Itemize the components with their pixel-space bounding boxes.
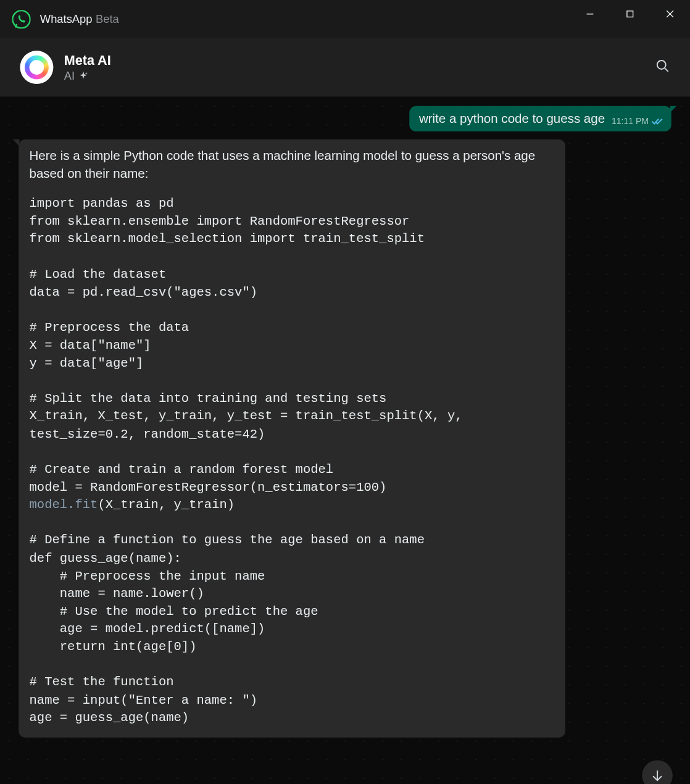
arrow-down-icon: [650, 768, 665, 783]
minimize-button[interactable]: [570, 0, 610, 28]
close-button[interactable]: [650, 0, 690, 28]
read-ticks-icon: [651, 116, 663, 125]
contact-avatar: [20, 51, 53, 84]
app-name: WhatsApp: [40, 12, 93, 25]
title-bar: WhatsAppBeta: [0, 0, 690, 38]
outgoing-message[interactable]: write a python code to guess age 11:11 P…: [410, 106, 671, 131]
svg-point-5: [657, 60, 666, 69]
contact-subtitle: AI: [64, 69, 111, 83]
contact-name: Meta AI: [64, 52, 111, 68]
outgoing-message-time: 11:11 PM: [612, 116, 649, 126]
svg-rect-2: [627, 11, 633, 17]
chat-scroll-area[interactable]: write a python code to guess age 11:11 P…: [0, 97, 690, 784]
outgoing-message-text: write a python code to guess age: [419, 111, 605, 126]
chat-header: Meta AI AI: [0, 38, 690, 97]
whatsapp-logo-icon: [12, 10, 30, 28]
code-block: import pandas as pd from sklearn.ensembl…: [30, 195, 555, 727]
incoming-message[interactable]: Here is a simple Python code that uses a…: [19, 140, 565, 738]
maximize-button[interactable]: [610, 0, 650, 28]
search-button[interactable]: [655, 59, 670, 76]
search-icon: [655, 59, 670, 73]
incoming-message-intro: Here is a simple Python code that uses a…: [30, 148, 555, 183]
app-beta-label: Beta: [96, 12, 119, 25]
contact-info[interactable]: Meta AI AI: [20, 51, 110, 84]
sparkle-icon: [79, 71, 88, 80]
svg-point-0: [12, 10, 30, 28]
svg-line-6: [665, 68, 668, 72]
